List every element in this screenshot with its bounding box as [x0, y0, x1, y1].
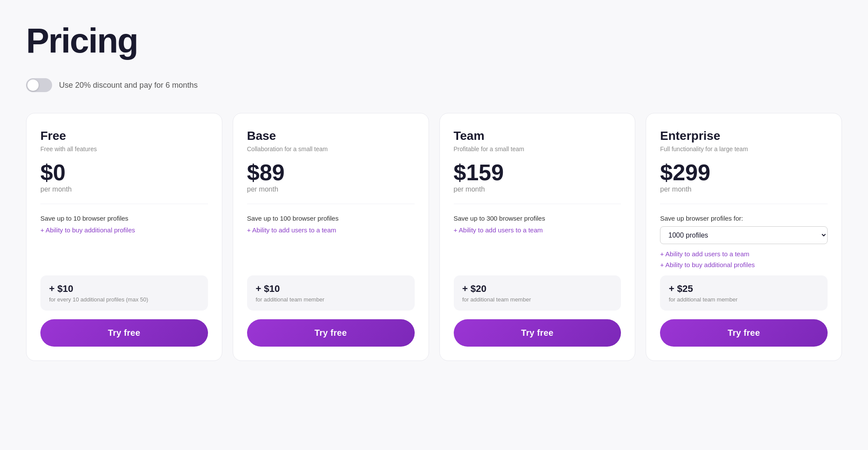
plan-tagline-base: Collaboration for a small team — [247, 146, 415, 152]
page-title: Pricing — [26, 21, 842, 61]
addon-price-enterprise: + $25 — [669, 283, 819, 294]
plans-grid: Free Free with all features $0 per month… — [26, 113, 842, 361]
features-area-free: Save up to 10 browser profiles + Ability… — [40, 215, 208, 275]
discount-toggle[interactable] — [26, 78, 52, 92]
plan-feature-main-team: Save up to 300 browser profiles — [454, 215, 621, 222]
try-free-button-base[interactable]: Try free — [247, 319, 415, 347]
plan-feature-link-base[interactable]: + Ability to add users to a team — [247, 226, 415, 234]
try-free-button-enterprise[interactable]: Try free — [660, 319, 828, 347]
addon-price-free: + $10 — [49, 283, 199, 294]
plan-feature-main-enterprise: Save up browser profiles for: — [660, 215, 828, 222]
try-free-button-free[interactable]: Try free — [40, 319, 208, 347]
plan-addon-box-enterprise: + $25 for additional team member — [660, 275, 828, 311]
addon-desc-base: for additional team member — [256, 296, 406, 303]
plan-tagline-team: Profitable for a small team — [454, 146, 621, 152]
plan-feature-main-base: Save up to 100 browser profiles — [247, 215, 415, 222]
features-area-base: Save up to 100 browser profiles + Abilit… — [247, 215, 415, 275]
plan-period-free: per month — [40, 185, 208, 193]
plan-card-free: Free Free with all features $0 per month… — [26, 113, 222, 361]
plan-tagline-free: Free with all features — [40, 146, 208, 152]
plan-feature-link-team[interactable]: + Ability to add users to a team — [454, 226, 621, 234]
plan-feature-main-free: Save up to 10 browser profiles — [40, 215, 208, 222]
features-area-team: Save up to 300 browser profiles + Abilit… — [454, 215, 621, 275]
plan-price-free: $0 — [40, 161, 208, 184]
plan-divider-enterprise — [660, 204, 828, 204]
plan-feature-link2-enterprise[interactable]: + Ability to buy additional profiles — [660, 261, 828, 268]
plan-tagline-enterprise: Full functionality for a large team — [660, 146, 828, 152]
addon-price-team: + $20 — [462, 283, 613, 294]
plan-addon-box-base: + $10 for additional team member — [247, 275, 415, 311]
plan-feature-link-free[interactable]: + Ability to buy additional profiles — [40, 226, 208, 234]
addon-desc-enterprise: for additional team member — [669, 296, 819, 303]
plan-name-team: Team — [454, 129, 621, 143]
plan-feature-link-enterprise[interactable]: + Ability to add users to a team — [660, 250, 828, 258]
plan-price-base: $89 — [247, 161, 415, 184]
plan-name-base: Base — [247, 129, 415, 143]
profiles-select-enterprise[interactable]: 1000 profiles2000 profiles5000 profilesU… — [660, 226, 828, 244]
plan-period-enterprise: per month — [660, 185, 828, 193]
plan-divider-team — [454, 204, 621, 204]
discount-label: Use 20% discount and pay for 6 months — [59, 81, 198, 90]
plan-price-enterprise: $299 — [660, 161, 828, 184]
addon-desc-free: for every 10 additional profiles (max 50… — [49, 296, 199, 303]
plan-addon-box-free: + $10 for every 10 additional profiles (… — [40, 275, 208, 311]
plan-card-base: Base Collaboration for a small team $89 … — [233, 113, 429, 361]
plan-addon-box-team: + $20 for additional team member — [454, 275, 621, 311]
plan-price-team: $159 — [454, 161, 621, 184]
features-area-enterprise: Save up browser profiles for: 1000 profi… — [660, 215, 828, 275]
addon-desc-team: for additional team member — [462, 296, 613, 303]
try-free-button-team[interactable]: Try free — [454, 319, 621, 347]
plan-divider-base — [247, 204, 415, 204]
addon-price-base: + $10 — [256, 283, 406, 294]
plan-card-team: Team Profitable for a small team $159 pe… — [439, 113, 636, 361]
plan-name-enterprise: Enterprise — [660, 129, 828, 143]
plan-period-base: per month — [247, 185, 415, 193]
plan-divider-free — [40, 204, 208, 204]
plan-period-team: per month — [454, 185, 621, 193]
plan-card-enterprise: Enterprise Full functionality for a larg… — [646, 113, 842, 361]
discount-toggle-row: Use 20% discount and pay for 6 months — [26, 78, 842, 92]
plan-name-free: Free — [40, 129, 208, 143]
